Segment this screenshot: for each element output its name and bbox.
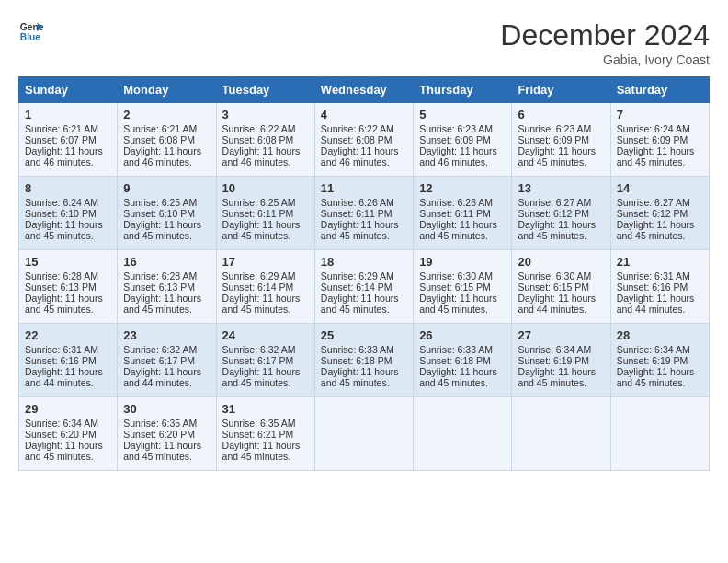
daylight-text: Daylight: 11 hours and 45 minutes.	[518, 145, 596, 167]
month-title: December 2024	[500, 18, 710, 52]
calendar-cell: 27Sunrise: 6:34 AMSunset: 6:19 PMDayligh…	[512, 324, 610, 397]
day-number: 7	[617, 108, 703, 121]
day-number: 3	[222, 108, 309, 121]
daylight-text: Daylight: 11 hours and 46 minutes.	[321, 145, 399, 167]
sunrise-text: Sunrise: 6:35 AM	[123, 418, 197, 429]
day-number: 27	[518, 328, 604, 342]
calendar-cell: 17Sunrise: 6:29 AMSunset: 6:14 PMDayligh…	[216, 250, 314, 324]
daylight-text: Daylight: 11 hours and 45 minutes.	[617, 219, 695, 241]
calendar-cell: 10Sunrise: 6:25 AMSunset: 6:11 PMDayligh…	[216, 177, 314, 250]
sunrise-text: Sunrise: 6:21 AM	[25, 123, 98, 134]
day-number: 15	[25, 255, 111, 269]
daylight-text: Daylight: 11 hours and 45 minutes.	[419, 366, 497, 388]
calendar-cell: 25Sunrise: 6:33 AMSunset: 6:18 PMDayligh…	[314, 324, 413, 397]
calendar-cell: 24Sunrise: 6:32 AMSunset: 6:17 PMDayligh…	[216, 324, 314, 397]
day-number: 11	[321, 181, 407, 195]
daylight-text: Daylight: 11 hours and 45 minutes.	[222, 219, 301, 241]
daylight-text: Daylight: 11 hours and 45 minutes.	[617, 366, 695, 388]
calendar-cell: 30Sunrise: 6:35 AMSunset: 6:20 PMDayligh…	[118, 397, 216, 471]
sunset-text: Sunset: 6:11 PM	[222, 208, 294, 219]
day-number: 20	[518, 255, 604, 269]
sunset-text: Sunset: 6:17 PM	[123, 355, 195, 366]
sunrise-text: Sunrise: 6:33 AM	[419, 344, 493, 355]
sunrise-text: Sunrise: 6:22 AM	[222, 123, 296, 134]
daylight-text: Daylight: 11 hours and 45 minutes.	[222, 366, 301, 388]
sunset-text: Sunset: 6:13 PM	[123, 282, 195, 293]
calendar-cell: 1Sunrise: 6:21 AMSunset: 6:07 PMDaylight…	[19, 103, 118, 177]
sunrise-text: Sunrise: 6:35 AM	[222, 418, 296, 429]
calendar-cell: 4Sunrise: 6:22 AMSunset: 6:08 PMDaylight…	[314, 103, 413, 177]
daylight-text: Daylight: 11 hours and 45 minutes.	[123, 219, 201, 241]
calendar-cell: 6Sunrise: 6:23 AMSunset: 6:09 PMDaylight…	[512, 103, 610, 177]
sunset-text: Sunset: 6:21 PM	[222, 429, 294, 440]
header-sunday: Sunday	[19, 77, 118, 103]
sunrise-text: Sunrise: 6:31 AM	[617, 270, 690, 282]
header-row: Sunday Monday Tuesday Wednesday Thursday…	[19, 77, 710, 103]
calendar-cell	[314, 397, 413, 471]
sunrise-text: Sunrise: 6:33 AM	[321, 344, 394, 355]
sunrise-text: Sunrise: 6:29 AM	[222, 270, 296, 282]
sunrise-text: Sunrise: 6:21 AM	[123, 123, 197, 134]
daylight-text: Daylight: 11 hours and 45 minutes.	[222, 440, 301, 462]
day-number: 31	[222, 402, 309, 416]
sunset-text: Sunset: 6:08 PM	[222, 134, 294, 145]
daylight-text: Daylight: 11 hours and 45 minutes.	[123, 440, 201, 462]
calendar-row: 1Sunrise: 6:21 AMSunset: 6:07 PMDaylight…	[19, 103, 710, 177]
daylight-text: Daylight: 11 hours and 44 minutes.	[617, 293, 695, 315]
daylight-text: Daylight: 11 hours and 44 minutes.	[25, 366, 103, 388]
logo-icon: General Blue	[18, 18, 44, 44]
sunset-text: Sunset: 6:14 PM	[321, 282, 392, 293]
daylight-text: Daylight: 11 hours and 45 minutes.	[321, 219, 399, 241]
calendar-cell: 28Sunrise: 6:34 AMSunset: 6:19 PMDayligh…	[610, 324, 709, 397]
sunrise-text: Sunrise: 6:30 AM	[518, 270, 591, 282]
sunset-text: Sunset: 6:12 PM	[617, 208, 688, 219]
calendar-cell: 18Sunrise: 6:29 AMSunset: 6:14 PMDayligh…	[314, 250, 413, 324]
sunset-text: Sunset: 6:19 PM	[617, 355, 688, 366]
sunrise-text: Sunrise: 6:23 AM	[518, 123, 591, 134]
sunset-text: Sunset: 6:10 PM	[123, 208, 195, 219]
sunset-text: Sunset: 6:14 PM	[222, 282, 294, 293]
sunrise-text: Sunrise: 6:28 AM	[123, 270, 197, 282]
day-number: 13	[518, 181, 604, 195]
daylight-text: Daylight: 11 hours and 44 minutes.	[123, 366, 201, 388]
calendar-cell: 12Sunrise: 6:26 AMSunset: 6:11 PMDayligh…	[414, 177, 512, 250]
daylight-text: Daylight: 11 hours and 45 minutes.	[321, 366, 399, 388]
calendar-cell: 22Sunrise: 6:31 AMSunset: 6:16 PMDayligh…	[19, 324, 118, 397]
title-block: December 2024 Gabia, Ivory Coast	[500, 18, 710, 67]
sunset-text: Sunset: 6:13 PM	[25, 282, 97, 293]
calendar-cell: 15Sunrise: 6:28 AMSunset: 6:13 PMDayligh…	[19, 250, 118, 324]
sunrise-text: Sunrise: 6:27 AM	[518, 197, 591, 208]
calendar-cell: 19Sunrise: 6:30 AMSunset: 6:15 PMDayligh…	[414, 250, 512, 324]
header-tuesday: Tuesday	[216, 77, 314, 103]
sunset-text: Sunset: 6:17 PM	[222, 355, 294, 366]
day-number: 6	[518, 108, 604, 121]
day-number: 29	[25, 402, 111, 416]
sunset-text: Sunset: 6:16 PM	[25, 355, 97, 366]
calendar-cell: 23Sunrise: 6:32 AMSunset: 6:17 PMDayligh…	[118, 324, 216, 397]
location: Gabia, Ivory Coast	[500, 52, 710, 67]
sunrise-text: Sunrise: 6:25 AM	[123, 197, 197, 208]
day-number: 16	[123, 255, 210, 269]
daylight-text: Daylight: 11 hours and 45 minutes.	[222, 293, 301, 315]
sunrise-text: Sunrise: 6:26 AM	[419, 197, 493, 208]
sunrise-text: Sunrise: 6:26 AM	[321, 197, 394, 208]
sunrise-text: Sunrise: 6:34 AM	[25, 418, 98, 429]
day-number: 4	[321, 108, 407, 121]
daylight-text: Daylight: 11 hours and 45 minutes.	[617, 145, 695, 167]
calendar-cell: 16Sunrise: 6:28 AMSunset: 6:13 PMDayligh…	[118, 250, 216, 324]
calendar-cell: 9Sunrise: 6:25 AMSunset: 6:10 PMDaylight…	[118, 177, 216, 250]
day-number: 25	[321, 328, 407, 342]
sunset-text: Sunset: 6:20 PM	[25, 429, 97, 440]
sunset-text: Sunset: 6:09 PM	[617, 134, 688, 145]
day-number: 5	[419, 108, 506, 121]
calendar-row: 29Sunrise: 6:34 AMSunset: 6:20 PMDayligh…	[19, 397, 710, 471]
sunset-text: Sunset: 6:16 PM	[617, 282, 688, 293]
calendar-table: Sunday Monday Tuesday Wednesday Thursday…	[18, 76, 710, 471]
daylight-text: Daylight: 11 hours and 46 minutes.	[25, 145, 103, 167]
day-number: 22	[25, 328, 111, 342]
day-number: 2	[123, 108, 210, 121]
daylight-text: Daylight: 11 hours and 45 minutes.	[25, 219, 103, 241]
calendar-cell: 8Sunrise: 6:24 AMSunset: 6:10 PMDaylight…	[19, 177, 118, 250]
calendar-cell: 14Sunrise: 6:27 AMSunset: 6:12 PMDayligh…	[610, 177, 709, 250]
header-saturday: Saturday	[610, 77, 709, 103]
